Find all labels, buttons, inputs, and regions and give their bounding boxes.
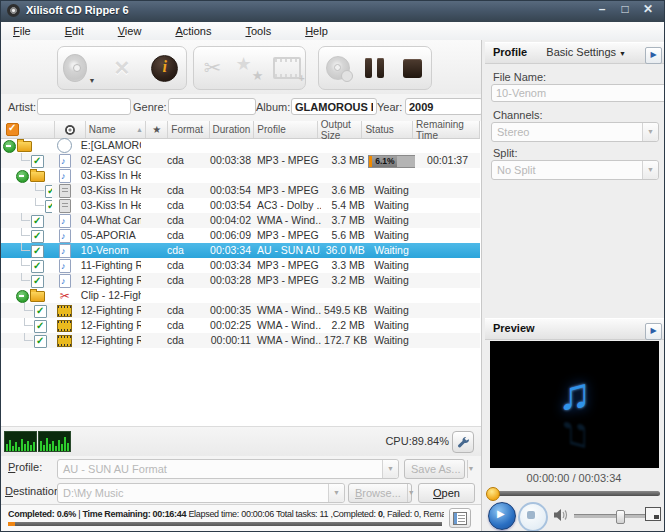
profile-panel-expand-button[interactable]: ▶: [645, 47, 662, 64]
row-checkbox[interactable]: [31, 245, 44, 258]
destination-combo[interactable]: D:\My Music▼: [57, 483, 345, 503]
chevron-down-icon[interactable]: ▼: [467, 460, 475, 478]
row-checkbox[interactable]: [34, 320, 47, 333]
task-report-button[interactable]: [449, 508, 471, 528]
track-row[interactable]: 03-Kiss In He...cda00:03:54AC3 - Dolby .…: [0, 198, 480, 213]
close-button[interactable]: ✕: [641, 2, 655, 16]
disc-row[interactable]: E:[GLAMORO...: [0, 138, 480, 153]
tree-connector: [21, 258, 30, 266]
disc-column-icon: [65, 125, 75, 135]
row-checkbox[interactable]: [31, 230, 44, 243]
name-cell: 12-Fighting R...: [78, 333, 141, 348]
chevron-down-icon[interactable]: ▼: [328, 484, 344, 502]
row-checkbox[interactable]: [31, 215, 44, 228]
menu-view[interactable]: View: [118, 23, 142, 39]
volume-knob[interactable]: [616, 510, 625, 524]
seek-bar[interactable]: [487, 491, 660, 496]
chevron-down-icon[interactable]: ▼: [642, 161, 658, 179]
folder-icon: [17, 141, 32, 152]
year-input[interactable]: [405, 98, 483, 115]
chevron-down-icon[interactable]: ▼: [642, 123, 658, 141]
split-combo[interactable]: No Split▼: [491, 160, 659, 180]
group-row[interactable]: 03-Kiss In He...: [0, 168, 480, 183]
preview-stop-button[interactable]: [518, 502, 548, 532]
chevron-down-icon[interactable]: ▼: [382, 460, 398, 478]
header-format[interactable]: Format: [168, 121, 209, 138]
select-all-checkbox[interactable]: [6, 123, 19, 136]
stop-button[interactable]: [396, 52, 428, 84]
genre-input[interactable]: [168, 98, 256, 115]
save-as-button[interactable]: Save As...▼: [404, 459, 465, 479]
chevron-down-icon[interactable]: ▼: [407, 484, 415, 502]
header-output-size[interactable]: Output Size: [318, 121, 363, 138]
track-row[interactable]: 03-Kiss In He...cda00:03:54MP3 - MPEG ..…: [0, 183, 480, 198]
menu-file[interactable]: File: [13, 23, 31, 39]
seek-knob[interactable]: [486, 487, 500, 501]
album-input[interactable]: [291, 98, 377, 115]
track-row[interactable]: 12-Fighting R...cda00:00:35WMA - Wind...…: [0, 303, 480, 318]
type-icon-cell: [52, 213, 78, 228]
row-checkbox[interactable]: [45, 200, 52, 213]
minimize-button[interactable]: –: [595, 2, 609, 16]
row-checkbox[interactable]: [31, 260, 44, 273]
group-row[interactable]: ✂Clip - 12-Figh...: [0, 288, 480, 303]
collapse-icon[interactable]: [16, 290, 29, 303]
menu-actions[interactable]: Actions: [175, 23, 211, 39]
track-row[interactable]: 12-Fighting R...cda00:00:11WMA - Wind...…: [0, 333, 480, 348]
track-row[interactable]: 05-APORIAcda00:06:09MP3 - MPEG ...5.6 MB…: [0, 228, 480, 243]
file-name-input[interactable]: [491, 84, 665, 102]
tree-cell: [0, 243, 52, 258]
clip-button[interactable]: [197, 52, 229, 84]
channels-combo[interactable]: Stereo▼: [491, 122, 659, 142]
menu-help[interactable]: Help: [305, 23, 328, 39]
chevron-down-icon[interactable]: ▼: [88, 77, 95, 84]
preset-dropdown[interactable]: Basic Settings▼: [546, 46, 626, 58]
status-cell: [368, 288, 415, 303]
track-row[interactable]: 12-Fighting R...cda00:02:25WMA - Wind...…: [0, 318, 480, 333]
header-star[interactable]: ★: [146, 121, 168, 138]
pause-button[interactable]: [359, 52, 391, 84]
rip-cd-button[interactable]: [322, 52, 354, 84]
header-select-all[interactable]: [0, 121, 55, 138]
track-row[interactable]: 12-Fighting R...cda00:03:28MP3 - MPEG ..…: [0, 273, 480, 288]
open-button[interactable]: Open: [418, 483, 475, 503]
maximize-button[interactable]: □: [618, 2, 632, 16]
effects-button[interactable]: [234, 52, 266, 84]
settings-button[interactable]: [452, 431, 474, 453]
cd-info-button[interactable]: [149, 52, 181, 84]
tree-connector: [21, 228, 30, 236]
collapse-icon[interactable]: [3, 140, 16, 153]
output-profile-combo[interactable]: AU - SUN AU Format▼: [57, 459, 399, 479]
play-button[interactable]: [488, 502, 516, 530]
header-status[interactable]: Status: [362, 121, 413, 138]
header-duration[interactable]: Duration: [210, 121, 255, 138]
header-name[interactable]: Name▲: [86, 121, 146, 138]
track-row[interactable]: 04-What Can...cda00:04:02WMA - Wind...3.…: [0, 213, 480, 228]
delete-button[interactable]: [106, 52, 138, 84]
artist-input[interactable]: [37, 98, 131, 115]
header-remaining[interactable]: Remaining Time: [413, 121, 480, 138]
row-checkbox[interactable]: [45, 185, 52, 198]
snapshot-button[interactable]: [645, 507, 661, 521]
row-checkbox[interactable]: [31, 155, 44, 168]
size-cell: [321, 138, 368, 153]
row-checkbox[interactable]: [31, 275, 44, 288]
track-row[interactable]: 02-EASY GOcda00:03:38MP3 - MPEG ...3.3 M…: [0, 153, 480, 168]
preview-panel-expand-button[interactable]: ▶: [645, 323, 662, 340]
status-cell: [368, 138, 415, 153]
header-profile[interactable]: Profile: [254, 121, 317, 138]
volume-slider[interactable]: [574, 514, 650, 518]
row-checkbox[interactable]: [34, 305, 47, 318]
header-source[interactable]: [55, 121, 86, 138]
track-row[interactable]: 11-Fighting R...cda00:03:34MP3 - MPEG ..…: [0, 258, 480, 273]
track-row[interactable]: 10-Venomcda00:03:34AU - SUN AU...36.0 MB…: [0, 243, 480, 258]
collapse-icon[interactable]: [16, 170, 29, 183]
row-checkbox[interactable]: [34, 335, 47, 348]
menu-tools[interactable]: Tools: [245, 23, 271, 39]
format-cell: cda: [164, 273, 207, 288]
browse-button[interactable]: Browse...▼: [348, 483, 412, 503]
load-cd-button[interactable]: ▼: [63, 52, 95, 84]
tree-connector: [24, 333, 33, 341]
menu-edit[interactable]: Edit: [65, 23, 84, 39]
make-video-button[interactable]: [271, 52, 303, 84]
